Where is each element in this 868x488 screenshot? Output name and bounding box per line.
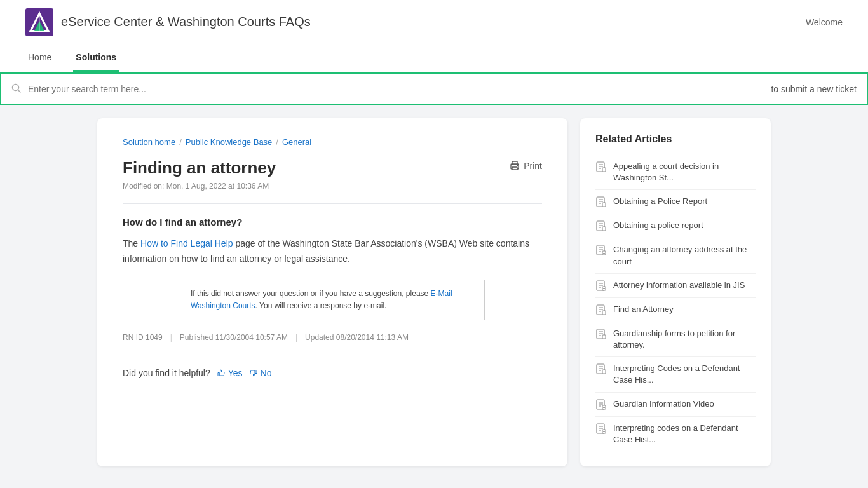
- related-item[interactable]: Appealing a court decision in Washington…: [595, 155, 756, 190]
- search-bar: to submit a new ticket: [0, 72, 868, 105]
- related-link: Find an Attorney: [613, 304, 674, 315]
- svg-line-5: [18, 90, 21, 92]
- article-title-row: Finding an attorney Print: [123, 158, 542, 178]
- info-box-text1: If this did not answer your question or …: [191, 289, 431, 298]
- related-item[interactable]: Find an Attorney: [595, 298, 756, 322]
- related-item[interactable]: Obtaining a Police Report: [595, 190, 756, 214]
- related-item[interactable]: Guardianship forms to petition for attor…: [595, 322, 756, 357]
- search-input[interactable]: [28, 84, 771, 94]
- meta-divider1: |: [170, 333, 172, 342]
- search-icon: [11, 83, 22, 95]
- nav-home[interactable]: Home: [25, 44, 54, 72]
- helpful-yes-button[interactable]: Yes: [217, 368, 243, 378]
- thumbs-down-icon: [249, 369, 258, 377]
- related-item[interactable]: Guardian Information Video: [595, 393, 756, 417]
- article-icon: [595, 363, 607, 375]
- meta-rn: RN ID 1049: [123, 333, 163, 342]
- breadcrumb-home[interactable]: Solution home: [123, 137, 175, 147]
- article-meta: RN ID 1049 | Published 11/30/2004 10:57 …: [123, 333, 542, 342]
- article-icon: [595, 304, 607, 316]
- article-icon: [595, 245, 607, 256]
- svg-point-9: [517, 165, 519, 166]
- article-icon: [595, 423, 607, 435]
- article-icon: [595, 196, 607, 208]
- modified-date: Modified on: Mon, 1 Aug, 2022 at 10:36 A…: [123, 182, 542, 191]
- info-box: If this did not answer your question or …: [180, 280, 485, 320]
- article-icon: [595, 399, 607, 410]
- divider-bottom: [123, 355, 542, 355]
- related-articles-title: Related Articles: [595, 133, 756, 145]
- thumbs-up-icon: [217, 369, 226, 377]
- related-articles-card: Related Articles Appealing a court decis…: [580, 118, 771, 466]
- main-nav: Home Solutions: [0, 44, 868, 72]
- site-title: eService Center & Washington Courts FAQs: [61, 15, 311, 29]
- related-link: Guardianship forms to petition for attor…: [613, 328, 756, 351]
- nav-solutions[interactable]: Solutions: [73, 44, 119, 72]
- print-icon: [510, 161, 520, 171]
- meta-updated: Updated 08/20/2014 11:13 AM: [305, 333, 409, 342]
- related-link: Obtaining a police report: [613, 220, 703, 231]
- meta-divider2: |: [295, 333, 297, 342]
- related-link: Attorney information available in JIS: [613, 280, 745, 291]
- article-card: Solution home / Public Knowledge Base / …: [97, 118, 567, 466]
- site-logo: [25, 8, 53, 36]
- related-item[interactable]: Interpreting Codes on a Defendant Case H…: [595, 357, 756, 392]
- related-link: Guardian Information Video: [613, 398, 714, 410]
- divider-top: [123, 203, 542, 204]
- related-item[interactable]: Interpreting codes on a Defendant Case H…: [595, 417, 756, 451]
- article-body: The How to Find Legal Help page of the W…: [123, 236, 542, 267]
- yes-label: Yes: [228, 368, 243, 378]
- related-link: Obtaining a Police Report: [613, 196, 707, 207]
- print-button[interactable]: Print: [510, 161, 542, 171]
- helpful-label: Did you find it helpful?: [123, 368, 210, 378]
- article-title: Finding an attorney: [123, 158, 497, 178]
- related-link: Changing an attorney address at the cour…: [613, 244, 756, 267]
- related-link: Interpreting codes on a Defendant Case H…: [613, 423, 756, 445]
- sidebar: Related Articles Appealing a court decis…: [580, 118, 771, 466]
- related-item[interactable]: Attorney information available in JIS: [595, 274, 756, 298]
- breadcrumb-section[interactable]: Public Knowledge Base: [186, 137, 273, 147]
- related-item[interactable]: Changing an attorney address at the cour…: [595, 238, 756, 273]
- meta-published: Published 11/30/2004 10:57 AM: [180, 333, 288, 342]
- article-icon: [595, 161, 607, 173]
- breadcrumb-category[interactable]: General: [282, 137, 311, 147]
- svg-rect-8: [512, 167, 517, 170]
- breadcrumb-sep2: /: [276, 137, 278, 147]
- helpful-no-button[interactable]: No: [249, 368, 272, 378]
- related-link: Interpreting Codes on a Defendant Case H…: [613, 363, 756, 386]
- article-icon: [595, 280, 607, 292]
- no-label: No: [261, 368, 272, 378]
- breadcrumb: Solution home / Public Knowledge Base / …: [123, 137, 542, 147]
- search-submit-hint: to submit a new ticket: [771, 84, 857, 94]
- related-item[interactable]: Obtaining a police report: [595, 214, 756, 238]
- section-heading: How do I find an attorney?: [123, 217, 542, 227]
- print-label: Print: [524, 161, 542, 171]
- article-icon: [595, 329, 607, 340]
- info-box-text2: . You will receive a response by e-mail.: [255, 301, 387, 310]
- header: eService Center & Washington Courts FAQs…: [0, 0, 868, 44]
- main-container: Solution home / Public Knowledge Base / …: [85, 118, 783, 466]
- article-icon: [595, 220, 607, 232]
- body-text1: The: [123, 238, 140, 248]
- logo-area: eService Center & Washington Courts FAQs: [25, 8, 311, 36]
- helpful-section: Did you find it helpful? Yes No: [123, 368, 542, 378]
- related-articles-list: Appealing a court decision in Washington…: [595, 155, 756, 451]
- welcome-text: Welcome: [806, 17, 843, 27]
- body-link[interactable]: How to Find Legal Help: [140, 238, 233, 248]
- breadcrumb-sep1: /: [179, 137, 182, 147]
- related-link: Appealing a court decision in Washington…: [613, 161, 756, 184]
